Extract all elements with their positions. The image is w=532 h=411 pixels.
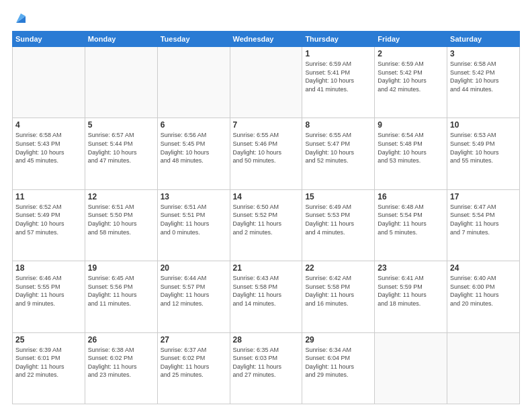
day-info: Sunrise: 6:57 AM Sunset: 5:44 PM Dayligh… — [88, 131, 154, 165]
day-number: 10 — [450, 120, 517, 130]
calendar-cell: 19Sunrise: 6:45 AM Sunset: 5:56 PM Dayli… — [85, 261, 157, 332]
day-info: Sunrise: 6:59 AM Sunset: 5:42 PM Dayligh… — [378, 60, 444, 93]
day-number: 29 — [305, 335, 371, 345]
day-number: 17 — [450, 192, 517, 201]
day-number: 9 — [378, 120, 444, 130]
day-number: 11 — [15, 192, 82, 201]
day-info: Sunrise: 6:55 AM Sunset: 5:47 PM Dayligh… — [305, 131, 371, 165]
day-number: 12 — [88, 192, 154, 201]
calendar-cell: 2Sunrise: 6:59 AM Sunset: 5:42 PM Daylig… — [375, 47, 447, 118]
day-number: 26 — [88, 335, 154, 345]
col-header-thursday: Thursday — [302, 32, 375, 47]
calendar-cell: 18Sunrise: 6:46 AM Sunset: 5:55 PM Dayli… — [13, 261, 85, 332]
day-number: 20 — [161, 263, 227, 273]
calendar-cell — [85, 47, 157, 118]
day-info: Sunrise: 6:52 AM Sunset: 5:49 PM Dayligh… — [15, 203, 82, 236]
day-info: Sunrise: 6:47 AM Sunset: 5:54 PM Dayligh… — [450, 203, 517, 236]
calendar-week-row: 18Sunrise: 6:46 AM Sunset: 5:55 PM Dayli… — [13, 261, 520, 332]
day-number: 14 — [233, 192, 300, 201]
day-number: 25 — [15, 335, 82, 345]
calendar-cell: 11Sunrise: 6:52 AM Sunset: 5:49 PM Dayli… — [13, 189, 85, 261]
logo-icon — [13, 11, 28, 26]
col-header-wednesday: Wednesday — [230, 32, 302, 47]
calendar-cell: 25Sunrise: 6:39 AM Sunset: 6:01 PM Dayli… — [13, 332, 85, 404]
day-number: 27 — [161, 335, 227, 345]
calendar-cell: 22Sunrise: 6:42 AM Sunset: 5:58 PM Dayli… — [302, 261, 375, 332]
day-number: 19 — [88, 263, 154, 273]
day-info: Sunrise: 6:38 AM Sunset: 6:02 PM Dayligh… — [88, 346, 154, 379]
calendar-cell: 12Sunrise: 6:51 AM Sunset: 5:50 PM Dayli… — [85, 189, 157, 261]
calendar-cell: 13Sunrise: 6:51 AM Sunset: 5:51 PM Dayli… — [157, 189, 230, 261]
calendar-cell: 26Sunrise: 6:38 AM Sunset: 6:02 PM Dayli… — [85, 332, 157, 404]
calendar-cell: 24Sunrise: 6:40 AM Sunset: 6:00 PM Dayli… — [447, 261, 520, 332]
day-info: Sunrise: 6:59 AM Sunset: 5:41 PM Dayligh… — [305, 60, 371, 93]
calendar-week-row: 1Sunrise: 6:59 AM Sunset: 5:41 PM Daylig… — [13, 47, 520, 118]
calendar-cell: 14Sunrise: 6:50 AM Sunset: 5:52 PM Dayli… — [230, 189, 302, 261]
day-info: Sunrise: 6:42 AM Sunset: 5:58 PM Dayligh… — [305, 274, 371, 308]
day-number: 24 — [450, 263, 517, 273]
calendar-cell: 8Sunrise: 6:55 AM Sunset: 5:47 PM Daylig… — [302, 118, 375, 189]
calendar-cell: 17Sunrise: 6:47 AM Sunset: 5:54 PM Dayli… — [447, 189, 520, 261]
calendar-cell — [447, 332, 520, 404]
day-info: Sunrise: 6:44 AM Sunset: 5:57 PM Dayligh… — [161, 274, 227, 308]
day-info: Sunrise: 6:56 AM Sunset: 5:45 PM Dayligh… — [161, 131, 227, 165]
calendar-cell: 3Sunrise: 6:58 AM Sunset: 5:42 PM Daylig… — [447, 47, 520, 118]
page: SundayMondayTuesdayWednesdayThursdayFrid… — [0, 0, 532, 411]
logo — [12, 11, 28, 26]
day-info: Sunrise: 6:34 AM Sunset: 6:04 PM Dayligh… — [305, 346, 371, 379]
day-info: Sunrise: 6:48 AM Sunset: 5:54 PM Dayligh… — [378, 203, 444, 236]
calendar-week-row: 25Sunrise: 6:39 AM Sunset: 6:01 PM Dayli… — [13, 332, 520, 404]
calendar-cell — [13, 47, 85, 118]
day-info: Sunrise: 6:39 AM Sunset: 6:01 PM Dayligh… — [15, 346, 82, 379]
day-info: Sunrise: 6:40 AM Sunset: 6:00 PM Dayligh… — [450, 274, 517, 308]
calendar-cell: 16Sunrise: 6:48 AM Sunset: 5:54 PM Dayli… — [375, 189, 447, 261]
calendar-cell: 29Sunrise: 6:34 AM Sunset: 6:04 PM Dayli… — [302, 332, 375, 404]
day-info: Sunrise: 6:51 AM Sunset: 5:51 PM Dayligh… — [161, 203, 227, 236]
day-info: Sunrise: 6:46 AM Sunset: 5:55 PM Dayligh… — [15, 274, 82, 308]
calendar-cell: 9Sunrise: 6:54 AM Sunset: 5:48 PM Daylig… — [375, 118, 447, 189]
day-number: 6 — [161, 120, 227, 130]
calendar-cell — [375, 332, 447, 404]
calendar-cell: 20Sunrise: 6:44 AM Sunset: 5:57 PM Dayli… — [157, 261, 230, 332]
day-number: 15 — [305, 192, 371, 201]
col-header-saturday: Saturday — [447, 32, 520, 47]
col-header-monday: Monday — [85, 32, 157, 47]
calendar-cell: 23Sunrise: 6:41 AM Sunset: 5:59 PM Dayli… — [375, 261, 447, 332]
day-number: 21 — [233, 263, 300, 273]
day-info: Sunrise: 6:50 AM Sunset: 5:52 PM Dayligh… — [233, 203, 300, 236]
day-info: Sunrise: 6:51 AM Sunset: 5:50 PM Dayligh… — [88, 203, 154, 236]
day-info: Sunrise: 6:54 AM Sunset: 5:48 PM Dayligh… — [378, 131, 444, 165]
calendar-week-row: 4Sunrise: 6:58 AM Sunset: 5:43 PM Daylig… — [13, 118, 520, 189]
day-info: Sunrise: 6:43 AM Sunset: 5:58 PM Dayligh… — [233, 274, 300, 308]
calendar-week-row: 11Sunrise: 6:52 AM Sunset: 5:49 PM Dayli… — [13, 189, 520, 261]
day-number: 28 — [233, 335, 300, 345]
day-info: Sunrise: 6:45 AM Sunset: 5:56 PM Dayligh… — [88, 274, 154, 308]
col-header-friday: Friday — [375, 32, 447, 47]
day-info: Sunrise: 6:37 AM Sunset: 6:02 PM Dayligh… — [161, 346, 227, 379]
day-number: 18 — [15, 263, 82, 273]
day-number: 23 — [378, 263, 444, 273]
day-number: 13 — [161, 192, 227, 201]
calendar-cell: 1Sunrise: 6:59 AM Sunset: 5:41 PM Daylig… — [302, 47, 375, 118]
calendar-cell: 15Sunrise: 6:49 AM Sunset: 5:53 PM Dayli… — [302, 189, 375, 261]
header — [12, 11, 520, 26]
calendar-cell: 27Sunrise: 6:37 AM Sunset: 6:02 PM Dayli… — [157, 332, 230, 404]
day-info: Sunrise: 6:49 AM Sunset: 5:53 PM Dayligh… — [305, 203, 371, 236]
day-info: Sunrise: 6:41 AM Sunset: 5:59 PM Dayligh… — [378, 274, 444, 308]
day-info: Sunrise: 6:53 AM Sunset: 5:49 PM Dayligh… — [450, 131, 517, 165]
day-info: Sunrise: 6:58 AM Sunset: 5:42 PM Dayligh… — [450, 60, 517, 93]
calendar-cell: 5Sunrise: 6:57 AM Sunset: 5:44 PM Daylig… — [85, 118, 157, 189]
calendar-cell: 4Sunrise: 6:58 AM Sunset: 5:43 PM Daylig… — [13, 118, 85, 189]
calendar-cell: 7Sunrise: 6:55 AM Sunset: 5:46 PM Daylig… — [230, 118, 302, 189]
day-info: Sunrise: 6:55 AM Sunset: 5:46 PM Dayligh… — [233, 131, 300, 165]
calendar-cell: 28Sunrise: 6:35 AM Sunset: 6:03 PM Dayli… — [230, 332, 302, 404]
day-number: 3 — [450, 49, 517, 58]
calendar-cell — [157, 47, 230, 118]
day-number: 22 — [305, 263, 371, 273]
day-number: 16 — [378, 192, 444, 201]
calendar-cell: 10Sunrise: 6:53 AM Sunset: 5:49 PM Dayli… — [447, 118, 520, 189]
day-number: 7 — [233, 120, 300, 130]
calendar-cell: 6Sunrise: 6:56 AM Sunset: 5:45 PM Daylig… — [157, 118, 230, 189]
calendar-cell: 21Sunrise: 6:43 AM Sunset: 5:58 PM Dayli… — [230, 261, 302, 332]
day-info: Sunrise: 6:35 AM Sunset: 6:03 PM Dayligh… — [233, 346, 300, 379]
